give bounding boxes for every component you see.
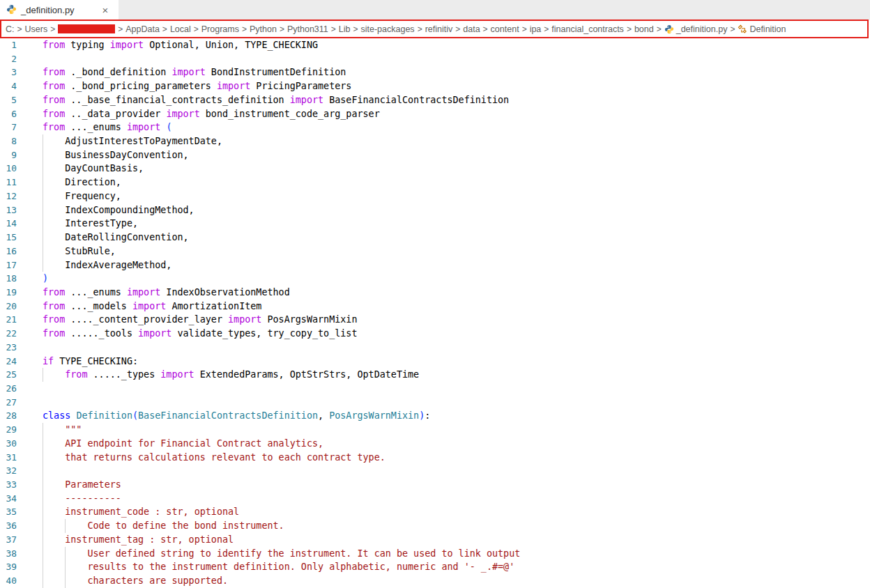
line-number[interactable]: 37 xyxy=(0,533,17,547)
code-line[interactable]: 14 InterestType, xyxy=(0,217,870,231)
line-number[interactable]: 19 xyxy=(0,286,17,300)
code-line[interactable]: 8 AdjustInterestToPaymentDate, xyxy=(0,134,870,148)
line-number[interactable]: 2 xyxy=(0,52,17,66)
breadcrumb-item-financial-contracts[interactable]: financial_contracts xyxy=(551,24,624,34)
line-number[interactable]: 39 xyxy=(0,560,17,574)
line-number[interactable]: 12 xyxy=(0,189,17,203)
breadcrumb-item-bond[interactable]: bond xyxy=(634,24,654,34)
code-line[interactable]: 29 """ xyxy=(0,423,870,437)
tab-definition-py[interactable]: _definition.py × xyxy=(0,0,119,20)
breadcrumb-item-appdata[interactable]: AppData xyxy=(125,24,160,34)
line-number[interactable]: 40 xyxy=(0,574,17,588)
code-line[interactable]: 26 xyxy=(0,382,870,396)
code-line[interactable]: 33 Parameters xyxy=(0,478,870,492)
code-line[interactable]: 36 Code to define the bond instrument. xyxy=(0,519,870,533)
breadcrumb-item-ipa[interactable]: ipa xyxy=(530,24,542,34)
code-line[interactable]: 11 Direction, xyxy=(0,176,870,189)
code-line[interactable]: 7from ..._enums import ( xyxy=(0,121,870,134)
line-number[interactable]: 4 xyxy=(0,79,17,93)
code-line[interactable]: 15 DateRollingConvention, xyxy=(0,231,870,245)
breadcrumb-item-refinitiv[interactable]: refinitiv xyxy=(425,24,453,34)
code-line[interactable]: 22from ....._tools import validate_types… xyxy=(0,327,870,341)
line-number[interactable]: 1 xyxy=(0,38,17,52)
breadcrumb-item-lib[interactable]: Lib xyxy=(339,24,351,34)
code-line[interactable]: 12 Frequency, xyxy=(0,189,870,203)
code-line[interactable]: 23 xyxy=(0,341,870,355)
line-number[interactable]: 36 xyxy=(0,519,17,533)
line-number[interactable]: 18 xyxy=(0,272,17,286)
line-number[interactable]: 31 xyxy=(0,451,17,465)
line-number[interactable]: 20 xyxy=(0,300,17,314)
line-number[interactable]: 16 xyxy=(0,245,17,258)
breadcrumb-item-site-packages[interactable]: site-packages xyxy=(361,24,415,34)
code-line[interactable]: 1from typing import Optional, Union, TYP… xyxy=(0,38,870,52)
code-line[interactable]: 32 xyxy=(0,464,870,478)
code-line[interactable]: 25 from ....._types import ExtendedParam… xyxy=(0,368,870,382)
line-number[interactable]: 13 xyxy=(0,203,17,217)
code-line[interactable]: 18) xyxy=(0,272,870,286)
code-line[interactable]: 4from ._bond_pricing_parameters import P… xyxy=(0,79,870,93)
line-number[interactable]: 33 xyxy=(0,478,17,492)
line-number[interactable]: 24 xyxy=(0,355,17,369)
line-number[interactable]: 34 xyxy=(0,492,17,506)
code-line[interactable]: 31 that returns calculations relevant to… xyxy=(0,451,870,465)
line-number[interactable]: 26 xyxy=(0,382,17,396)
breadcrumb-item--definition-py[interactable]: _definition.py xyxy=(664,24,728,34)
line-number[interactable]: 10 xyxy=(0,162,17,176)
code-line[interactable]: 27 xyxy=(0,396,870,410)
code-line[interactable]: 24if TYPE_CHECKING: xyxy=(0,355,870,369)
line-number[interactable]: 38 xyxy=(0,547,17,561)
line-number[interactable]: 35 xyxy=(0,505,17,519)
close-icon[interactable]: × xyxy=(99,5,112,15)
code-line[interactable]: 39 results to the instrument definition.… xyxy=(0,560,870,574)
line-number[interactable]: 21 xyxy=(0,313,17,327)
code-line[interactable]: 10 DayCountBasis, xyxy=(0,162,870,176)
line-number[interactable]: 3 xyxy=(0,65,17,79)
line-number[interactable]: 27 xyxy=(0,396,17,410)
line-number[interactable]: 8 xyxy=(0,134,17,148)
code-line[interactable]: 34 ---------- xyxy=(0,492,870,506)
line-number[interactable]: 22 xyxy=(0,327,17,341)
line-number[interactable]: 7 xyxy=(0,121,17,134)
line-number[interactable]: 5 xyxy=(0,93,17,107)
line-number[interactable]: 11 xyxy=(0,176,17,189)
code-line[interactable]: 17 IndexAverageMethod, xyxy=(0,258,870,272)
line-number[interactable]: 14 xyxy=(0,217,17,231)
breadcrumb-item-python311[interactable]: Python311 xyxy=(287,24,328,34)
breadcrumb-item-python[interactable]: Python xyxy=(250,24,277,34)
code-line[interactable]: 16 StubRule, xyxy=(0,245,870,258)
line-number[interactable]: 30 xyxy=(0,437,17,451)
code-line[interactable]: 21from ...._content_provider_layer impor… xyxy=(0,313,870,327)
code-line[interactable]: 30 API endpoint for Financial Contract a… xyxy=(0,437,870,451)
code-line[interactable]: 19from ..._enums import IndexObservation… xyxy=(0,286,870,300)
breadcrumb-item-data[interactable]: data xyxy=(463,24,480,34)
breadcrumb-item-c-[interactable]: C: xyxy=(6,24,15,34)
code-line[interactable]: 2 xyxy=(0,52,870,66)
line-number[interactable]: 9 xyxy=(0,148,17,162)
code-line[interactable]: 13 IndexCompoundingMethod, xyxy=(0,203,870,217)
breadcrumb-item-content[interactable]: content xyxy=(491,24,519,34)
code-line[interactable]: 37 instrument_tag : str, optional xyxy=(0,533,870,547)
code-line[interactable]: 5from .._base_financial_contracts_defini… xyxy=(0,93,870,107)
line-number[interactable]: 15 xyxy=(0,231,17,245)
code-line[interactable]: 40 characters are supported. xyxy=(0,574,870,588)
editor[interactable]: 1from typing import Optional, Union, TYP… xyxy=(0,38,870,588)
breadcrumb-item-local[interactable]: Local xyxy=(170,24,191,34)
breadcrumb-item-programs[interactable]: Programs xyxy=(201,24,239,34)
line-number[interactable]: 29 xyxy=(0,423,17,437)
line-number[interactable]: 28 xyxy=(0,409,17,423)
code-line[interactable]: 35 instrument_code : str, optional xyxy=(0,505,870,519)
code-line[interactable]: 3from ._bond_definition import BondInstr… xyxy=(0,65,870,79)
breadcrumb-item-definition[interactable]: Definition xyxy=(738,24,786,34)
code-line[interactable]: 20from ..._models import AmortizationIte… xyxy=(0,300,870,314)
line-number[interactable]: 23 xyxy=(0,341,17,355)
code-line[interactable]: 6from .._data_provider import bond_instr… xyxy=(0,107,870,121)
line-number[interactable]: 32 xyxy=(0,464,17,478)
line-number[interactable]: 25 xyxy=(0,368,17,382)
code-line[interactable]: 28class Definition(BaseFinancialContract… xyxy=(0,409,870,423)
breadcrumb-item-users[interactable]: Users xyxy=(25,24,48,34)
line-number[interactable]: 17 xyxy=(0,258,17,272)
code-line[interactable]: 9 BusinessDayConvention, xyxy=(0,148,870,162)
line-number[interactable]: 6 xyxy=(0,107,17,121)
code-line[interactable]: 38 User defined string to identify the i… xyxy=(0,547,870,561)
